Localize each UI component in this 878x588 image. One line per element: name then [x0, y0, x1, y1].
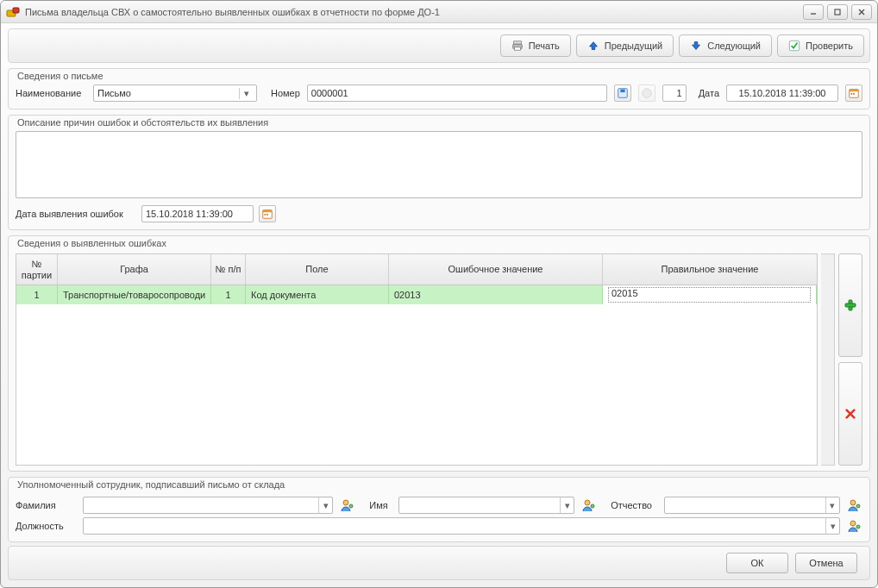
- check-icon: [788, 40, 800, 52]
- date-calendar-button[interactable]: [845, 84, 862, 102]
- delete-row-button[interactable]: [838, 362, 862, 466]
- errors-grid[interactable]: № партии Графа № п/п Поле Ошибочное знач…: [16, 253, 818, 466]
- calendar-icon: [848, 87, 860, 99]
- svg-rect-18: [263, 210, 273, 213]
- grid-header: № партии Графа № п/п Поле Ошибочное знач…: [16, 254, 817, 285]
- col-row-no[interactable]: № п/п: [211, 254, 246, 285]
- app-icon: [6, 5, 20, 19]
- number-input[interactable]: [307, 84, 607, 102]
- toolbar: Печать Предыдущий Следующий Проверить: [8, 28, 870, 63]
- svg-rect-20: [267, 214, 268, 216]
- cell-party-no[interactable]: 1: [16, 285, 58, 304]
- window-buttons: [803, 4, 872, 20]
- name-label: Наименование: [16, 88, 86, 98]
- detect-date-calendar-button[interactable]: [259, 205, 276, 222]
- number-label: Номер: [271, 88, 300, 98]
- letter-info-title: Сведения о письме: [16, 71, 105, 81]
- middlename-combo[interactable]: ▾: [664, 497, 840, 514]
- svg-rect-22: [845, 303, 856, 307]
- minimize-button[interactable]: [803, 4, 824, 20]
- grid-side-buttons: [838, 253, 862, 466]
- employee-title: Уполномоченный сотрудник, подписавший пи…: [16, 479, 286, 490]
- svg-rect-14: [850, 90, 859, 92]
- reasons-textarea[interactable]: [16, 131, 862, 198]
- svg-rect-6: [513, 41, 521, 45]
- cell-field[interactable]: Код документа: [246, 285, 389, 304]
- svg-point-26: [591, 504, 594, 508]
- svg-point-29: [850, 521, 856, 526]
- chevron-down-icon: ▾: [239, 88, 253, 99]
- chevron-down-icon: ▾: [825, 518, 839, 534]
- next-label: Следующий: [707, 41, 761, 51]
- ok-button[interactable]: ОК: [726, 553, 788, 573]
- prev-button[interactable]: Предыдущий: [576, 34, 674, 57]
- cell-correct-editor[interactable]: 02015: [608, 287, 811, 303]
- col-party-no[interactable]: № партии: [16, 254, 58, 285]
- svg-point-28: [856, 504, 860, 508]
- calendar-icon: [261, 208, 273, 220]
- arrow-down-icon: [690, 40, 702, 52]
- cancel-label: Отмена: [809, 558, 843, 568]
- detect-date-input[interactable]: [141, 205, 254, 222]
- middlename-label: Отчество: [611, 500, 659, 510]
- firstname-label: Имя: [369, 500, 393, 510]
- cell-column[interactable]: Транспортные/товаросопроводи: [58, 285, 211, 304]
- add-row-button[interactable]: [838, 253, 862, 357]
- lastname-label: Фамилия: [16, 500, 78, 510]
- svg-rect-15: [851, 93, 853, 95]
- col-wrong[interactable]: Ошибочное значение: [389, 254, 603, 285]
- person-picker-icon[interactable]: [581, 497, 597, 513]
- content: Сведения о письме Наименование Письмо ▾ …: [1, 63, 877, 546]
- name-combo[interactable]: Письмо ▾: [93, 84, 257, 102]
- arrow-up-icon: [587, 40, 599, 52]
- number-small-input[interactable]: [662, 84, 687, 102]
- reasons-group: Описание причин ошибок и обстоятельств и…: [8, 115, 870, 230]
- col-column[interactable]: Графа: [58, 254, 211, 285]
- employee-group: Уполномоченный сотрудник, подписавший пи…: [8, 477, 870, 542]
- table-row[interactable]: 1 Транспортные/товаросопроводи 1 Код док…: [16, 285, 817, 304]
- cell-wrong[interactable]: 02013: [389, 285, 603, 304]
- svg-point-23: [343, 500, 348, 505]
- svg-rect-19: [265, 214, 267, 216]
- maximize-button[interactable]: [827, 4, 848, 20]
- col-correct[interactable]: Правильное значение: [603, 254, 817, 285]
- number-save-icon[interactable]: [614, 84, 631, 102]
- date-input[interactable]: [726, 84, 838, 102]
- position-combo[interactable]: ▾: [83, 517, 840, 535]
- svg-point-12: [642, 89, 651, 98]
- date-label: Дата: [699, 88, 719, 98]
- check-button[interactable]: Проверить: [777, 34, 864, 57]
- print-button[interactable]: Печать: [500, 34, 571, 57]
- grid-scrollbar[interactable]: [821, 253, 835, 466]
- reasons-title: Описание причин ошибок и обстоятельств и…: [16, 117, 270, 128]
- chevron-down-icon: ▾: [825, 497, 839, 513]
- cell-row-no[interactable]: 1: [211, 285, 246, 304]
- position-label: Должность: [16, 521, 78, 531]
- chevron-down-icon: ▾: [318, 497, 332, 513]
- lastname-combo[interactable]: ▾: [83, 497, 333, 514]
- delete-icon: [844, 408, 856, 420]
- svg-rect-3: [835, 9, 840, 15]
- letter-info-group: Сведения о письме Наименование Письмо ▾ …: [8, 68, 870, 109]
- svg-rect-1: [13, 8, 19, 13]
- svg-point-24: [349, 504, 353, 508]
- next-button[interactable]: Следующий: [679, 34, 772, 57]
- firstname-combo[interactable]: ▾: [398, 497, 574, 514]
- cell-correct[interactable]: 02015: [603, 285, 817, 304]
- col-field[interactable]: Поле: [246, 254, 389, 285]
- footer: ОК Отмена: [8, 546, 870, 580]
- svg-point-30: [856, 525, 860, 529]
- print-label: Печать: [529, 41, 560, 51]
- grid-body[interactable]: 1 Транспортные/товаросопроводи 1 Код док…: [16, 285, 817, 465]
- person-picker-icon[interactable]: [340, 497, 355, 513]
- cancel-button[interactable]: Отмена: [795, 553, 857, 573]
- ok-label: ОК: [751, 558, 764, 568]
- person-picker-icon[interactable]: [847, 497, 862, 513]
- window-title: Письма владельца СВХ о самостоятельно вы…: [25, 7, 803, 17]
- person-picker-icon[interactable]: [847, 518, 862, 534]
- print-icon: [511, 40, 524, 52]
- close-button[interactable]: [851, 4, 872, 20]
- name-value: Письмо: [97, 88, 131, 98]
- plus-icon: [844, 298, 857, 312]
- number-globe-icon: [638, 84, 655, 102]
